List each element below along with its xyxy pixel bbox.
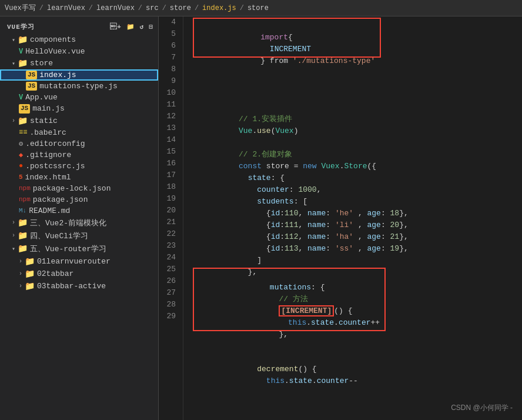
code-line-18: {id:111, name: 'li' , age: 20}, xyxy=(193,208,513,219)
code-line-5: INCREMENT xyxy=(196,32,375,44)
sidebar-item-main-js[interactable]: JS main.js xyxy=(0,103,158,114)
folder-icon: 📁 xyxy=(18,231,28,241)
item-label: .postcssrc.js xyxy=(25,162,85,171)
sidebar-item-postcssrc[interactable]: ● .postcssrc.js xyxy=(0,161,158,172)
folder-icon: 📁 xyxy=(18,218,28,228)
breadcrumb-sep: / xyxy=(39,4,44,12)
item-label: App.vue xyxy=(25,93,58,102)
code-line-21: ] xyxy=(193,243,513,255)
item-label: package.json xyxy=(33,195,88,204)
arrow-icon: › xyxy=(19,258,22,265)
item-label: index.html xyxy=(25,173,71,182)
breadcrumb-item: learnVuex xyxy=(47,4,85,12)
sidebar-item-hellovuex[interactable]: V HelloVuex.vue xyxy=(0,46,158,57)
breadcrumb-sep: / xyxy=(162,4,166,12)
breadcrumb-sep: / xyxy=(138,4,142,12)
item-label: components xyxy=(30,35,76,44)
folder-icon: 📁 xyxy=(25,269,35,279)
arrow-icon: ▾ xyxy=(12,60,15,67)
code-line-4: import{ xyxy=(196,20,375,32)
arrow-icon: › xyxy=(19,271,22,277)
item-label: README.md xyxy=(29,206,70,215)
code-line-16: students: [ xyxy=(193,184,513,196)
breadcrumb-item: learnVuex xyxy=(96,4,135,12)
item-label: .babelrc xyxy=(29,128,66,137)
code-line-10: Vue.use(Vuex) xyxy=(193,114,513,125)
icon-collapse[interactable]: ⊟ xyxy=(149,23,153,31)
sidebar-item-tabbar-active[interactable]: › 📁 03tabbar-active xyxy=(0,280,158,292)
arrow-icon: › xyxy=(12,118,15,124)
item-label: .gitignore xyxy=(25,151,71,159)
code-line-17: {id:110, name: 'he' , age: 18}, xyxy=(193,196,513,208)
item-label: .editorconfig xyxy=(25,139,85,148)
folder-icon: 📁 xyxy=(18,58,28,68)
npm-icon: npm xyxy=(19,185,31,192)
item-label: 01learnvuerouter xyxy=(37,257,111,266)
sidebar-item-learnvuerouter[interactable]: › 📁 01learnvuerouter xyxy=(0,255,158,268)
sidebar-item-package-json[interactable]: npm package.json xyxy=(0,194,158,205)
code-line-25: [INCREMENT]() { xyxy=(196,294,380,305)
arrow-icon: ▾ xyxy=(12,245,15,252)
arrow-icon: ▾ xyxy=(12,36,15,44)
code-line-20: {id:113, name: 'ss' , age: 19}, xyxy=(193,231,513,243)
breadcrumb-item: store xyxy=(170,4,191,12)
code-line-11 xyxy=(193,125,513,137)
line-numbers: 4 5 6 7 8 9 10 11 12 13 14 15 16 17 18 1… xyxy=(159,16,183,420)
sidebar-item-gitignore[interactable]: ◆ .gitignore xyxy=(0,149,158,161)
folder-icon: 📁 xyxy=(18,244,28,254)
md-icon: M↓ xyxy=(19,207,26,214)
item-label: package-lock.json xyxy=(33,184,111,193)
arrow-icon: › xyxy=(12,219,15,226)
sidebar-item-editorconfig[interactable]: ⚙ .editorconfig xyxy=(0,138,158,149)
sidebar-item-static[interactable]: › 📁 static xyxy=(0,115,158,127)
icon-refresh[interactable]: ↺ xyxy=(140,23,145,31)
sidebar-item-vue2-modular[interactable]: › 📁 三、Vue2-前端模块化 xyxy=(0,216,158,229)
code-line-9: // 1.安装插件 xyxy=(193,102,513,114)
icon-new-folder[interactable]: 📁 xyxy=(126,23,135,31)
item-label: static xyxy=(30,116,58,125)
code-line-6: } from './mutations-type' xyxy=(196,44,375,55)
sidebar-item-readme[interactable]: M↓ README.md xyxy=(0,205,158,216)
breadcrumb: Vuex手写 / learnVuex / learnVuex / src / s… xyxy=(0,0,522,16)
vue-icon: V xyxy=(19,94,23,102)
folder-icon: 📁 xyxy=(18,35,28,45)
icon-new-file[interactable]: + xyxy=(110,23,122,31)
sidebar-item-mutations-type[interactable]: JS mutations-type.js xyxy=(0,81,158,92)
item-label: 03tabbar-active xyxy=(37,282,106,291)
folder-icon: 📁 xyxy=(25,256,35,266)
sidebar-item-tabbar[interactable]: › 📁 02tabbar xyxy=(0,268,158,280)
sidebar-item-components[interactable]: ▾ 📁 components xyxy=(0,34,158,46)
sidebar-item-index-js[interactable]: JS index.js xyxy=(0,69,158,81)
npm-icon: npm xyxy=(19,196,31,203)
sidebar-item-store[interactable]: ▾ 📁 store xyxy=(0,57,158,69)
babel-icon: ≡≡ xyxy=(19,128,27,136)
file-explorer: VUE学习 + 📁 ↺ ⊟ ▾ 📁 components V HelloVue… xyxy=(0,16,159,420)
code-line-26: this.state.counter++ xyxy=(196,305,380,317)
code-line-23: mutations: { xyxy=(196,270,380,282)
item-label: 02tabbar xyxy=(37,269,73,278)
breadcrumb-item: index.js xyxy=(202,4,236,12)
code-editor: 4 5 6 7 8 9 10 11 12 13 14 15 16 17 18 1… xyxy=(159,16,522,420)
code-content[interactable]: import{ INCREMENT } from './mutations-ty… xyxy=(183,16,522,420)
code-line-22: }, xyxy=(193,255,513,266)
editor-icon: ⚙ xyxy=(19,139,23,148)
code-line-8 xyxy=(193,90,513,102)
sidebar-item-vuecli[interactable]: › 📁 四、VueCli学习 xyxy=(0,229,158,242)
sidebar-item-app-vue[interactable]: V App.vue xyxy=(0,92,158,103)
sidebar-item-package-lock[interactable]: npm package-lock.json xyxy=(0,183,158,194)
breadcrumb-sep: / xyxy=(89,4,93,12)
item-label: mutations-type.js xyxy=(39,82,118,91)
breadcrumb-sep: / xyxy=(195,4,199,12)
item-label: main.js xyxy=(32,104,65,113)
sidebar-item-index-html[interactable]: 5 index.html xyxy=(0,172,158,183)
item-label: index.js xyxy=(39,71,76,79)
js-icon: JS xyxy=(26,82,37,91)
watermark: CSDN @小何同学 - xyxy=(451,403,513,413)
sidebar-item-babelrc[interactable]: ≡≡ .babelrc xyxy=(0,127,158,138)
folder-icon: 📁 xyxy=(18,116,28,126)
item-label: 三、Vue2-前端模块化 xyxy=(30,218,106,228)
breadcrumb-item: src xyxy=(146,4,159,12)
sidebar-item-vue-router[interactable]: ▾ 📁 五、Vue-router学习 xyxy=(0,242,158,255)
js-icon: JS xyxy=(19,104,30,113)
breadcrumb-sep: / xyxy=(240,4,244,12)
